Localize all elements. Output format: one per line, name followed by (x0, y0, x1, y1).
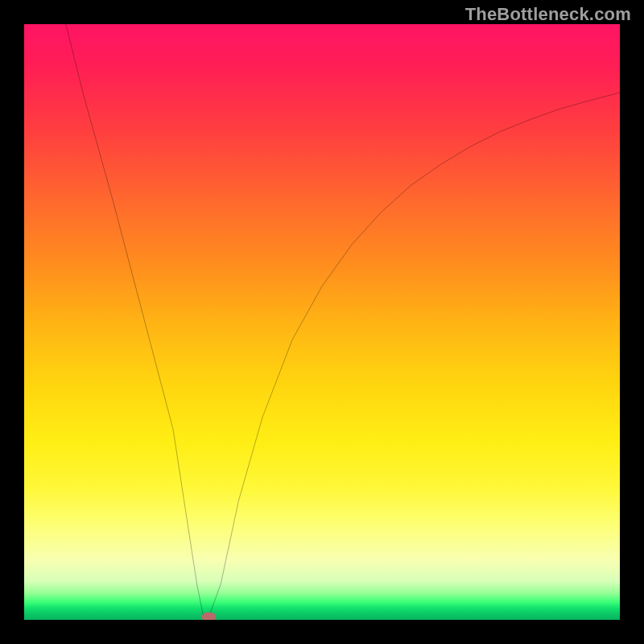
chart-frame: TheBottleneck.com (0, 0, 644, 644)
minimum-marker (202, 612, 217, 620)
watermark-text: TheBottleneck.com (465, 4, 631, 25)
bottleneck-curve (24, 24, 620, 620)
plot-area (24, 24, 620, 620)
curve-path (66, 24, 620, 617)
